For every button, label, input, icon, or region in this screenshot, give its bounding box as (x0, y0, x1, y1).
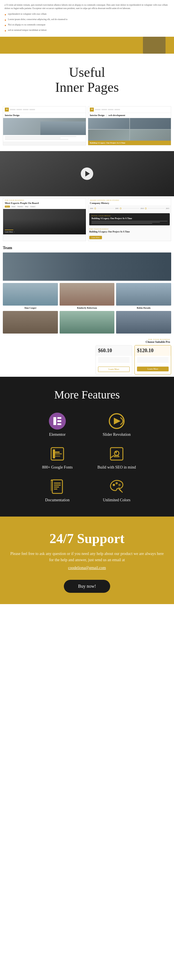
meet-nav-tabs: Home About Portfolio Blog Contact (5, 205, 84, 208)
nav-dot (101, 109, 107, 110)
nav-tab[interactable]: Portfolio (17, 205, 24, 208)
building-overlay (40, 121, 86, 135)
team-hero-image (3, 253, 171, 281)
nav-tab[interactable]: Home (5, 205, 10, 208)
nav-dot (16, 109, 22, 110)
pricing-btn-1[interactable]: Learn More (98, 367, 130, 372)
timeline-line (123, 208, 139, 208)
unlimited-colors-icon (108, 478, 125, 495)
check-item-4: ● sed ut euismod tempor incididunt ut la… (5, 29, 169, 33)
team-header: Team (3, 245, 171, 253)
pricing-right: FOR YOUR BUSINESS Choose Suitable Pro $6… (78, 339, 171, 374)
history-title-2: Building A Legacy. One Project At A Time (89, 231, 170, 233)
nav-dot (95, 109, 101, 110)
check-icon-4: ● (5, 29, 6, 33)
nav-tab[interactable]: Blog (25, 205, 29, 208)
inner-pages-section: Useful Inner Pages (0, 54, 174, 103)
team-member-1: Alan Cooper (3, 283, 58, 309)
meet-title: Meet Experts People On Board (5, 202, 84, 204)
svg-point-22 (118, 487, 120, 488)
team-photo-4 (3, 311, 58, 334)
svg-rect-11 (115, 451, 117, 453)
feature-slider-revolution: Slider Revolution (90, 413, 144, 437)
thumbnails-grid: ✦ Interior Design ✦ (0, 103, 174, 151)
pricing-card-1: $60.10 Learn More (96, 345, 132, 374)
svg-rect-18 (51, 481, 52, 491)
video-section (0, 151, 174, 196)
price-features-1 (96, 356, 132, 365)
thumb-logo-2: ✦ (90, 108, 94, 111)
nav-dot (10, 109, 16, 110)
feature-line (137, 358, 169, 358)
support-email-line: coodeliona@gmail.com (8, 565, 166, 571)
team-member-4 (3, 311, 58, 335)
elementor-icon (49, 413, 66, 430)
company-history-card: AWARD WINNING ARCH STUDIO Company Histor… (88, 198, 171, 241)
nav-tab[interactable]: Contact (30, 205, 36, 208)
svg-rect-16 (54, 487, 59, 487)
feature-line (137, 362, 169, 362)
learn-more-btn[interactable]: Learn More (89, 236, 102, 239)
pricing-section: FOR YOUR BUSINESS Choose Suitable Pro $6… (0, 336, 174, 377)
play-button[interactable] (81, 167, 93, 180)
documentation-icon (49, 478, 66, 495)
timeline-dot (120, 208, 121, 209)
meet-image-area: Learn More → (3, 209, 86, 234)
pricing-btn-2[interactable]: Learn More (137, 367, 169, 371)
svg-rect-15 (54, 485, 61, 485)
gold-strip (0, 37, 174, 54)
feature-line (98, 359, 130, 360)
more-features-section: More Features Elementor (0, 377, 174, 517)
thumb-card-interior: ✦ Interior Design (3, 106, 86, 145)
team-photo-robin (116, 283, 171, 305)
team-member-6 (116, 311, 171, 335)
medal-card: ROYAL GOLD MEDAL Building A Legacy. One … (89, 213, 170, 225)
price-tag-1: $60.10 (98, 348, 130, 353)
thumb-nav-dots-2 (95, 109, 169, 110)
team-name-kimberly: Kimberly Robertson (60, 307, 115, 309)
feature-line (137, 359, 169, 360)
buy-now-button[interactable]: Buy now! (64, 580, 110, 593)
slider-revolution-icon (108, 413, 125, 430)
team-photo-kimberly (60, 283, 115, 305)
meet-header: FOR YOUR BUSINESS Meet Experts People On… (3, 198, 86, 209)
timeline-line (148, 208, 165, 208)
meet-experts-card: FOR YOUR BUSINESS Meet Experts People On… (3, 198, 86, 241)
medal-text-line (91, 222, 160, 223)
svg-point-21 (118, 484, 121, 486)
svg-rect-14 (54, 483, 61, 484)
feature-seo: Build with SEO in mind (90, 445, 144, 470)
svg-rect-8 (55, 455, 60, 457)
team-photo-alan (3, 283, 58, 305)
team-hero-gradient (3, 253, 171, 281)
timeline-dot (145, 208, 147, 209)
check-item-1: ● reprehenderit in voluptate velit esse … (5, 13, 169, 17)
team-member-5 (60, 311, 115, 335)
team-grid: Alan Cooper Kimberly Robertson Robin Dor… (3, 283, 171, 309)
grid-img-1 (88, 118, 129, 129)
pricing-header: FOR YOUR BUSINESS Choose Suitable Pro (78, 339, 171, 344)
cta-text: Learn More → (5, 231, 84, 233)
gold-strip-image (143, 37, 166, 54)
thumb-text-area (3, 135, 86, 142)
elementor-label: Elementor (49, 433, 65, 437)
feature-elementor: Elementor (30, 413, 84, 437)
price-tag-2: $120.10 (137, 348, 169, 353)
medal-text-line (91, 221, 168, 221)
thumb-card-interior-2: ✦ Interior Design | web development B (88, 106, 171, 145)
feature-line (98, 362, 130, 362)
top-content: a Ut enim ad minim veniam, quis nostrud … (0, 0, 174, 37)
thumb-card-header-2: ✦ (88, 107, 171, 113)
team-section: Team Alan Cooper Kimberly Robertson Robi… (0, 243, 174, 336)
grid-img-4 (130, 130, 171, 141)
grid-img-2 (130, 118, 171, 129)
thumb-card-header: ✦ (3, 107, 86, 113)
nav-tab[interactable]: About (11, 205, 16, 208)
feature-google-fonts: 800+ Google Fonts (30, 445, 84, 470)
support-email[interactable]: coodeliona@gmail.com (68, 566, 106, 570)
lorem-text: a Ut enim ad minim veniam, quis nostrud … (5, 3, 169, 10)
history-header: AWARD WINNING ARCH STUDIO Company Histor… (88, 198, 171, 206)
team-name-robin: Robin Dorado (116, 307, 171, 309)
feature-line (137, 360, 169, 361)
pricing-layout: FOR YOUR BUSINESS Choose Suitable Pro $6… (3, 339, 171, 374)
